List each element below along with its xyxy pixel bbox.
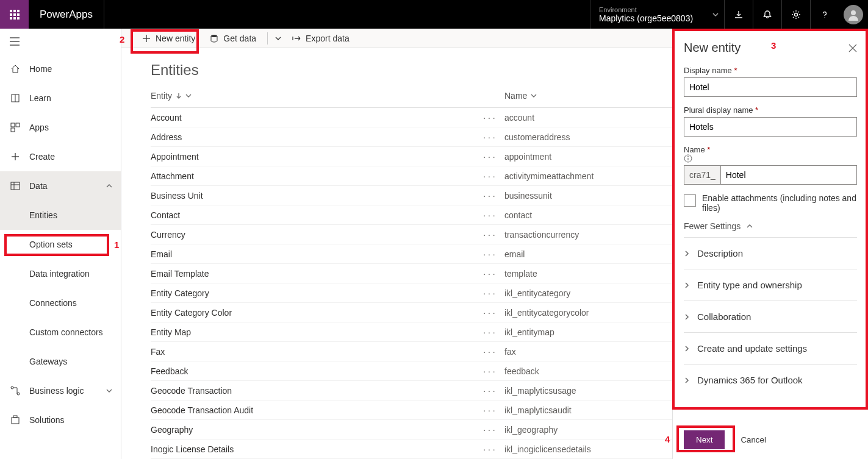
nav-learn[interactable]: Learn [0, 84, 121, 113]
row-more-button[interactable]: · · · [474, 405, 504, 415]
row-more-button[interactable]: · · · [474, 152, 504, 162]
environment-picker[interactable]: Environment Maplytics (orge5ee0803) [590, 0, 724, 29]
gear-icon [791, 10, 801, 20]
waffle-button[interactable] [0, 0, 29, 29]
user-avatar[interactable] [844, 5, 863, 24]
row-more-button[interactable]: · · · [474, 132, 504, 142]
svg-rect-8 [17, 17, 20, 20]
sidebar: Home Learn Apps Create Data Entities Opt… [0, 29, 121, 459]
col-entity[interactable]: Entity [151, 91, 474, 101]
nav-business-logic[interactable]: Business logic [0, 376, 121, 405]
get-data-dropdown[interactable] [273, 32, 284, 45]
plural-name-input[interactable] [684, 117, 857, 137]
row-more-button[interactable]: · · · [474, 210, 504, 220]
data-icon [10, 181, 21, 191]
download-button[interactable] [724, 0, 753, 29]
row-more-button[interactable]: · · · [474, 171, 504, 181]
svg-point-30 [211, 35, 217, 37]
environment-value: Maplytics (orge5ee0803) [599, 13, 716, 23]
next-button[interactable]: Next [684, 430, 725, 449]
chevron-right-icon [684, 314, 690, 320]
svg-rect-26 [12, 418, 19, 424]
get-data-button[interactable]: Get data [204, 30, 262, 47]
row-more-button[interactable]: · · · [474, 425, 504, 435]
panel-section[interactable]: Create and update settings [684, 332, 857, 364]
nav-home[interactable]: Home [0, 54, 121, 84]
nav-label: Solutions [29, 415, 65, 425]
chevron-down-icon [712, 11, 719, 18]
main-content: New entity Get data Export data Entities… [121, 29, 868, 459]
close-button[interactable] [848, 44, 857, 52]
export-data-button[interactable]: Export data [286, 30, 356, 47]
row-more-button[interactable]: · · · [474, 327, 504, 337]
display-name-input[interactable] [684, 77, 857, 97]
bell-icon [762, 10, 772, 20]
row-more-button[interactable]: · · · [474, 288, 504, 298]
row-more-button[interactable]: · · · [474, 444, 504, 454]
svg-rect-1 [13, 10, 16, 12]
plural-name-label: Plural display name [684, 105, 753, 115]
nav-gateways[interactable]: Gateways [0, 347, 121, 376]
fewer-settings-toggle[interactable]: Fewer Settings [684, 221, 857, 231]
nav-entities[interactable]: Entities [0, 201, 121, 230]
panel-section[interactable]: Collaboration [684, 301, 857, 332]
row-more-button[interactable]: · · · [474, 230, 504, 240]
brand-label[interactable]: PowerApps [29, 0, 104, 29]
sort-down-icon [176, 93, 182, 99]
name-input[interactable] [720, 165, 857, 185]
row-more-button[interactable]: · · · [474, 386, 504, 396]
info-icon[interactable] [684, 154, 692, 163]
nav-apps[interactable]: Apps [0, 113, 121, 142]
nav-data[interactable]: Data [0, 171, 121, 201]
entity-cell: Feedback [151, 366, 474, 376]
chevron-up-icon [106, 183, 112, 189]
environment-label: Environment [599, 6, 716, 13]
svg-rect-21 [11, 182, 20, 190]
row-more-button[interactable]: · · · [474, 269, 504, 279]
entity-cell: Email Template [151, 269, 474, 279]
nav-connections[interactable]: Connections [0, 288, 121, 318]
svg-rect-17 [16, 123, 20, 127]
settings-button[interactable] [781, 0, 810, 29]
row-more-button[interactable]: · · · [474, 308, 504, 318]
row-more-button[interactable]: · · · [474, 347, 504, 357]
svg-rect-7 [13, 17, 16, 20]
hamburger-button[interactable] [0, 29, 121, 54]
help-button[interactable] [810, 0, 839, 29]
enable-attachments-checkbox[interactable] [684, 194, 696, 207]
row-more-button[interactable]: · · · [474, 191, 504, 201]
chevron-down-icon [185, 93, 192, 99]
row-more-button[interactable]: · · · [474, 366, 504, 376]
nav-create[interactable]: Create [0, 142, 121, 171]
panel-section[interactable]: Entity type and ownership [684, 269, 857, 301]
apps-icon [10, 123, 21, 132]
panel-section[interactable]: Dynamics 365 for Outlook [684, 364, 857, 396]
new-entity-button[interactable]: New entity [136, 30, 201, 47]
cancel-button[interactable]: Cancel [731, 430, 776, 449]
annotation-num-2: 2 [120, 34, 124, 44]
export-icon [292, 34, 301, 43]
chevron-right-icon [684, 282, 690, 288]
svg-rect-16 [11, 123, 15, 127]
help-icon [820, 10, 830, 20]
panel-section[interactable]: Description [684, 237, 857, 269]
chevron-right-icon [684, 377, 690, 383]
row-more-button[interactable]: · · · [474, 113, 504, 123]
enable-attachments-label: Enable attachments (including notes and … [702, 193, 857, 213]
entity-cell: Geocode Transaction [151, 386, 474, 396]
row-more-button[interactable]: · · · [474, 249, 504, 259]
name-prefix: cra71_ [684, 165, 720, 185]
nav-solutions[interactable]: Solutions [0, 405, 121, 435]
chevron-down-icon [275, 35, 281, 41]
notifications-button[interactable] [753, 0, 781, 29]
chevron-down-icon [531, 93, 537, 99]
entity-cell: Address [151, 132, 474, 142]
nav-label: Data [29, 181, 48, 191]
person-icon [847, 9, 859, 21]
cmd-label: New entity [156, 34, 195, 43]
nav-option-sets[interactable]: Option sets [0, 230, 121, 259]
nav-data-integration[interactable]: Data integration [0, 259, 121, 288]
nav-custom-connectors[interactable]: Custom connectors [0, 318, 121, 347]
svg-point-24 [11, 386, 13, 389]
entity-cell: Appointment [151, 152, 474, 162]
